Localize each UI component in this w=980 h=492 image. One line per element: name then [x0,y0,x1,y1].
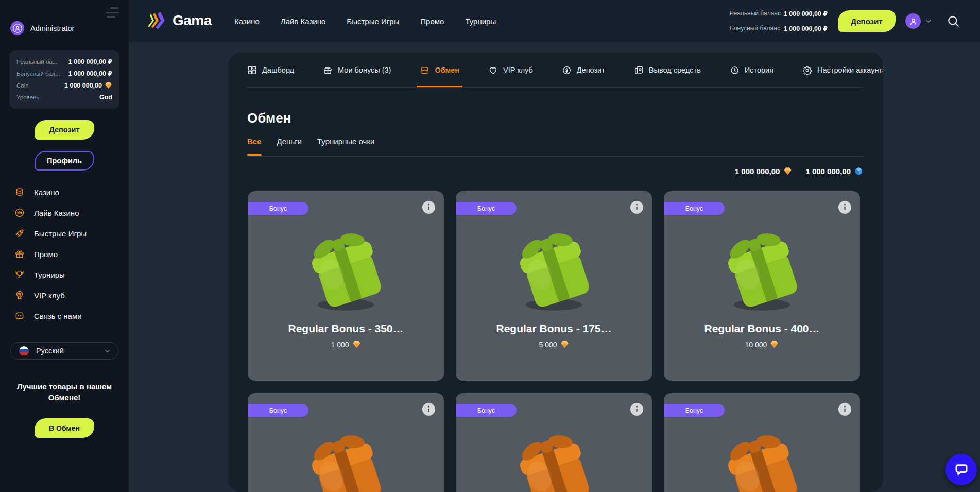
chevron-down-icon [104,348,111,354]
bonus-price: 1 000 [248,340,444,349]
coin-dollar-icon [562,65,572,75]
header-real-balance: Реальный баланс 1 000 000,00 ₽ [730,8,828,19]
tab-dashboard[interactable]: Дашборд [247,53,294,88]
search-button[interactable] [947,14,960,28]
sidebar-collapse-button[interactable] [106,7,121,18]
points-balance-value: 1 000 000,00 [805,167,851,176]
gift-image-green [293,219,399,316]
chat-icon [14,311,25,321]
info-button[interactable] [838,403,851,416]
gear-icon [802,65,812,75]
tab-label: Вывод средств [649,66,701,74]
bonus-badge: Бонус [248,404,308,417]
tab-label: Дашборд [262,66,294,74]
bonus-card[interactable]: Бонус [248,393,444,492]
bonus-price: 5 000 [456,340,652,349]
bonus-badge: Бонус [664,404,725,417]
bonus-card[interactable]: Бонус Regular Bonus - 350… 1 000 [248,191,444,381]
nav-fast-games[interactable]: Быстрые Игры [347,17,399,26]
info-button[interactable] [630,201,643,214]
live-chat-button[interactable] [945,454,977,485]
info-button[interactable] [422,403,435,416]
bonus-price-value: 1 000 [331,341,349,349]
tab-account-settings[interactable]: Настройки аккаунта [802,53,883,88]
sidebar-item-label: Турниры [34,270,65,279]
bonus-card[interactable]: Бонус [456,393,652,492]
real-balance-label: Реальный ба... [16,59,57,65]
tab-label: Мои бонусы (3) [338,66,391,74]
bonus-card[interactable]: Бонус Regular Bonus - 400… 10 000 [664,191,860,381]
account-menu[interactable] [905,13,932,29]
sidebar-deposit-button[interactable]: Депозит [35,120,94,140]
tab-history[interactable]: История [730,53,773,88]
gem-blue-icon [854,167,863,176]
tab-my-bonuses[interactable]: Мои бонусы (3) [323,53,391,88]
gama-logo-icon [148,11,168,30]
user-name: Administrator [30,24,74,32]
info-button[interactable] [838,201,851,214]
info-icon [838,403,851,416]
gift-image-orange [501,421,607,492]
filter-tab-money[interactable]: Деньги [277,137,302,146]
filter-tab-tournament-points[interactable]: Турнирные очки [317,137,374,146]
sidebar-item-live-casino[interactable]: Лайв Казино [0,202,129,223]
page-title: Обмен [247,110,291,126]
tab-withdraw[interactable]: Вывод средств [634,53,701,88]
chat-bubble-icon [954,462,969,478]
sidebar-item-label: Связь с нами [34,312,82,320]
coin-balance: 1 000 000,00 [735,167,793,176]
gift-icon [14,249,25,259]
bonus-title: Regular Bonus - 400… [664,323,860,335]
sidebar-user[interactable]: Administrator [10,21,74,35]
withdraw-icon [634,65,644,75]
dashboard-icon [247,65,257,75]
sidebar-item-tournaments[interactable]: Турниры [0,264,129,285]
nav-promo[interactable]: Промо [420,17,444,26]
bonus-balance-row: Бонусный бал... 1 000 000,00 ₽ [16,68,112,79]
sidebar-item-contact[interactable]: Связь с нами [0,306,129,326]
tab-exchange[interactable]: Обмен [420,53,459,88]
nav-casino[interactable]: Казино [234,17,260,26]
info-icon [630,201,643,214]
nav-live-casino[interactable]: Лайв Казино [281,17,326,26]
bonus-card[interactable]: Бонус Regular Bonus - 175… 5 000 [456,191,652,381]
sidebar-item-vip-club[interactable]: VIP клуб [0,285,129,306]
bonus-price-value: 5 000 [539,341,557,349]
tab-vip-club[interactable]: VIP клуб [488,53,533,88]
filter-tab-all[interactable]: Все [247,137,262,146]
live-casino-icon [14,208,25,218]
to-exchange-button[interactable]: В Обмен [35,418,94,438]
sidebar-menu: Казино Лайв Казино Быстрые Игры Промо Ту… [0,182,129,326]
header-deposit-button[interactable]: Депозит [838,10,896,32]
sidebar-item-casino[interactable]: Казино [0,182,129,202]
search-icon [947,14,960,28]
level-label: Уровень [16,94,39,100]
tab-label: Обмен [435,66,459,74]
tab-deposit[interactable]: Депозит [562,53,605,88]
info-icon [422,403,435,416]
info-icon [630,403,643,416]
sidebar-profile-button[interactable]: Профиль [35,151,94,171]
nav-tournaments[interactable]: Турниры [465,17,496,26]
tab-label: Депозит [577,66,605,74]
info-button[interactable] [630,403,643,416]
gama-logo[interactable]: Gama [148,11,212,30]
gem-orange-icon [352,340,361,349]
exchange-filter-tabs: Все Деньги Турнирные очки [247,135,374,147]
bonus-price-value: 10 000 [745,341,767,349]
chevron-down-icon [925,18,932,25]
bonus-card[interactable]: Бонус [664,393,860,492]
coin-balance-value: 1 000 000,00 [735,167,780,176]
header-bonus-balance: Бонусный баланс 1 000 000,00 ₽ [730,23,828,34]
coin-balance-label: Coin [16,82,29,89]
bonus-badge: Бонус [248,202,308,215]
sidebar-item-fast-games[interactable]: Быстрые Игры [0,223,129,244]
coin-balance-value: 1 000 000,00 [64,82,102,89]
top-bar: Gama Казино Лайв Казино Быстрые Игры Про… [129,0,980,42]
info-button[interactable] [422,201,435,214]
history-icon [730,65,740,75]
bonus-balance-value: 1 000 000,00 ₽ [784,25,828,32]
language-selector[interactable]: Русский [10,342,118,360]
sidebar-item-promo[interactable]: Промо [0,244,129,264]
shop-promo-text: Лучшие товары в нашем Обмене! [8,381,121,403]
